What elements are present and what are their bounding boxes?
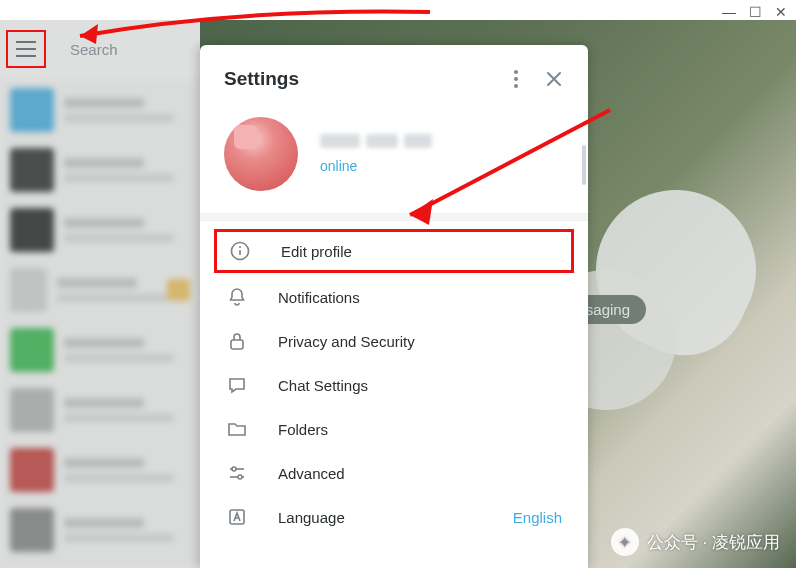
scrollbar[interactable] — [582, 145, 586, 185]
close-window-button[interactable]: ✕ — [774, 4, 788, 20]
menu-label: Folders — [278, 421, 328, 438]
watermark-text: 公众号 · 凌锐应用 — [647, 531, 780, 554]
wechat-icon: ✦ — [611, 528, 639, 556]
search-input[interactable]: Search — [64, 41, 118, 58]
menu-item-chat-settings[interactable]: Chat Settings — [200, 363, 588, 407]
menu-item-language[interactable]: Language English — [200, 495, 588, 539]
menu-label: Notifications — [278, 289, 360, 306]
info-icon — [229, 240, 251, 262]
svg-point-10 — [238, 475, 242, 479]
menu-label: Privacy and Security — [278, 333, 415, 350]
separator — [200, 213, 588, 221]
language-icon — [226, 506, 248, 528]
settings-panel: Settings online Edit profile Notificatio… — [200, 45, 588, 568]
svg-point-0 — [514, 70, 518, 74]
menu-item-advanced[interactable]: Advanced — [200, 451, 588, 495]
menu-item-edit-profile[interactable]: Edit profile — [214, 229, 574, 273]
bell-icon — [226, 286, 248, 308]
kebab-icon — [514, 70, 518, 88]
settings-title: Settings — [224, 68, 492, 90]
chat-icon — [226, 374, 248, 396]
watermark: ✦ 公众号 · 凌锐应用 — [611, 528, 780, 556]
svg-point-2 — [514, 84, 518, 88]
svg-rect-6 — [231, 340, 243, 349]
sliders-icon — [226, 462, 248, 484]
menu-item-folders[interactable]: Folders — [200, 407, 588, 451]
lock-icon — [226, 330, 248, 352]
menu-label: Edit profile — [281, 243, 352, 260]
menu-item-notifications[interactable]: Notifications — [200, 275, 588, 319]
menu-label: Advanced — [278, 465, 345, 482]
svg-point-1 — [514, 77, 518, 81]
profile-name — [320, 134, 432, 148]
menu-item-privacy[interactable]: Privacy and Security — [200, 319, 588, 363]
profile-status: online — [320, 158, 432, 174]
more-button[interactable] — [502, 65, 530, 93]
menu-label: Language — [278, 509, 345, 526]
close-icon — [546, 71, 562, 87]
svg-point-8 — [232, 467, 236, 471]
maximize-button[interactable]: ☐ — [748, 4, 762, 20]
menu-value: English — [513, 509, 562, 526]
close-button[interactable] — [540, 65, 568, 93]
window-controls: — ☐ ✕ — [722, 0, 796, 20]
menu-label: Chat Settings — [278, 377, 368, 394]
hamburger-highlight — [6, 30, 46, 68]
settings-menu: Edit profile Notifications Privacy and S… — [200, 221, 588, 545]
profile-section[interactable]: online — [200, 111, 588, 213]
folder-icon — [226, 418, 248, 440]
avatar — [224, 117, 298, 191]
svg-point-5 — [239, 246, 241, 248]
menu-button[interactable] — [16, 41, 36, 57]
minimize-button[interactable]: — — [722, 4, 736, 20]
